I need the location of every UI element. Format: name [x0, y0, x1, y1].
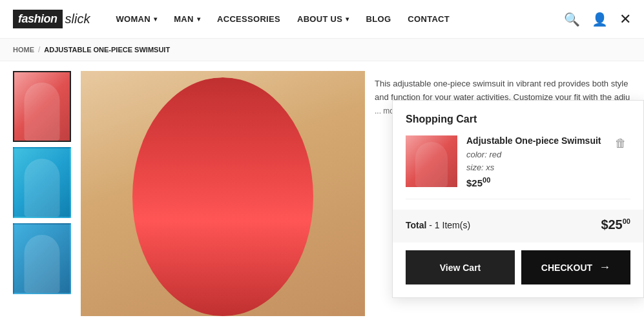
- header-icons: 🔍 👤 ✕: [564, 11, 631, 28]
- checkout-button[interactable]: CHECKOUT →: [521, 250, 630, 284]
- cart-item-body: Adjustable One-piece Swimsuit color: red…: [466, 135, 602, 188]
- chevron-down-icon: ▾: [197, 15, 200, 23]
- logo-slick: slick: [65, 12, 90, 26]
- cart-item-color: color: red: [466, 148, 602, 161]
- view-cart-button[interactable]: View Cart: [406, 250, 515, 284]
- cart-item-image: [406, 135, 457, 187]
- thumbnail-list: [13, 71, 71, 316]
- cart-total-price: $2500: [601, 217, 630, 232]
- cart-dropdown: Shopping Cart Adjustable One-piece Swims…: [392, 100, 644, 298]
- thumbnail-1[interactable]: [13, 71, 71, 142]
- chevron-down-icon: ▾: [154, 15, 157, 23]
- cart-title: Shopping Cart: [406, 114, 630, 125]
- breadcrumb-home[interactable]: HOME: [13, 46, 34, 54]
- logo-brand: fashion: [13, 10, 63, 28]
- nav-item-man[interactable]: MAN ▾: [167, 14, 207, 24]
- nav-item-about-us[interactable]: ABOUT US ▾: [291, 14, 356, 24]
- cart-item: Adjustable One-piece Swimsuit color: red…: [406, 135, 630, 199]
- breadcrumb-current: ADJUSTABLE ONE-PIECE SWIMSUIT: [44, 46, 170, 54]
- cart-total-label: Total - 1 Item(s): [406, 220, 470, 230]
- arrow-right-icon: →: [599, 261, 610, 274]
- breadcrumb: HOME / ADJUSTABLE ONE-PIECE SWIMSUIT: [0, 39, 644, 61]
- user-icon[interactable]: 👤: [592, 12, 608, 27]
- nav-item-accessories[interactable]: ACCESSORIES: [211, 14, 287, 24]
- model-figure: [132, 77, 313, 316]
- cart-total-row: Total - 1 Item(s) $2500: [393, 210, 643, 243]
- nav-item-woman[interactable]: WOMAN ▾: [109, 14, 163, 24]
- search-icon[interactable]: 🔍: [564, 12, 580, 27]
- product-main-image: [81, 71, 365, 316]
- cart-item-name: Adjustable One-piece Swimsuit: [466, 135, 602, 146]
- nav-item-contact[interactable]: CONTACT: [401, 14, 456, 24]
- breadcrumb-separator: /: [38, 45, 40, 54]
- main-content: This adjustable one-piece swimsuit in vi…: [0, 61, 644, 326]
- header: fashion slick WOMAN ▾ MAN ▾ ACCESSORIES …: [0, 0, 644, 39]
- thumbnail-3[interactable]: [13, 223, 71, 294]
- logo[interactable]: fashion slick: [13, 10, 90, 28]
- thumbnail-2[interactable]: [13, 147, 71, 218]
- cart-delete-icon[interactable]: 🗑: [611, 135, 630, 188]
- nav-item-blog[interactable]: BLOG: [360, 14, 398, 24]
- cart-item-size: size: xs: [466, 161, 602, 174]
- chevron-down-icon: ▾: [346, 15, 349, 23]
- close-icon[interactable]: ✕: [619, 11, 631, 28]
- main-nav: WOMAN ▾ MAN ▾ ACCESSORIES ABOUT US ▾ BLO…: [109, 14, 564, 24]
- cart-buttons: View Cart CHECKOUT →: [406, 250, 630, 284]
- cart-item-price: $2500: [466, 176, 602, 188]
